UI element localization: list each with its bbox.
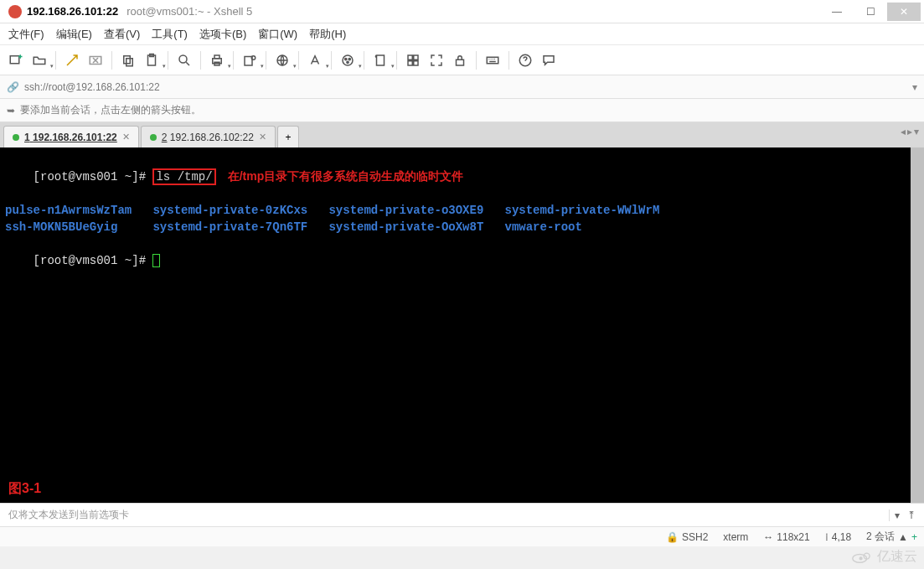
disconnect-icon[interactable] xyxy=(85,49,106,71)
svg-rect-21 xyxy=(457,59,464,65)
fullscreen-icon[interactable] xyxy=(426,49,447,71)
status-dot-icon xyxy=(150,134,157,141)
address-url[interactable]: ssh://root@192.168.26.101:22 xyxy=(24,81,160,93)
window-subtitle: root@vms001:~ - Xshell 5 xyxy=(126,5,252,18)
svg-point-6 xyxy=(179,55,187,63)
figure-label: 图3-1 xyxy=(8,480,41,498)
tab-close-icon[interactable]: ✕ xyxy=(259,132,266,142)
svg-point-14 xyxy=(345,58,347,59)
status-sessions: 2 会话 ▲ + xyxy=(866,530,917,544)
hint-bar: ➥ 要添加当前会话，点击左侧的箭头按钮。 xyxy=(0,99,924,122)
svg-point-13 xyxy=(343,55,353,65)
terminal-prompt: [root@vms001 ~]# xyxy=(34,254,153,267)
svg-point-11 xyxy=(251,55,256,59)
svg-rect-18 xyxy=(414,55,418,59)
status-dot-icon xyxy=(13,134,19,141)
resize-icon: ↔ xyxy=(763,531,773,543)
tab-prev-icon[interactable]: ◂ xyxy=(901,126,906,137)
hint-text: 要添加当前会话，点击左侧的箭头按钮。 xyxy=(20,103,201,117)
svg-point-16 xyxy=(347,61,348,63)
svg-point-15 xyxy=(348,58,350,59)
svg-rect-19 xyxy=(408,60,412,65)
send-bar: 仅将文本发送到当前选项卡 ▾ ⤒ xyxy=(0,503,924,526)
chat-icon[interactable] xyxy=(538,49,560,71)
cursor-icon xyxy=(152,254,160,267)
new-session-icon[interactable] xyxy=(5,49,27,71)
app-icon xyxy=(8,5,22,18)
send-target-dropdown[interactable]: ▾ xyxy=(889,510,904,521)
print-icon[interactable]: ▾ xyxy=(206,49,228,71)
menu-help[interactable]: 帮助(H) xyxy=(309,27,346,42)
terminal-output-row: ssh-MOKN5BUeGyig systemd-private-7Qn6TF … xyxy=(5,219,919,235)
address-dropdown-icon[interactable]: ▾ xyxy=(912,81,917,93)
copy-icon[interactable] xyxy=(117,49,139,71)
tab-add-button[interactable]: + xyxy=(277,126,299,147)
tab-session-1[interactable]: 1 192.168.26.101:22 ✕ xyxy=(3,126,139,147)
toolbar: ▾ ▾ ▾ ▾ ▾ ▾ ▾ ▾ xyxy=(0,45,924,75)
terminal[interactable]: [root@vms001 ~]# ls /tmp/在/tmp目录下有很多系统自动… xyxy=(0,147,924,503)
tab-bar: 1 192.168.26.101:22 ✕ 2 192.168.26.102:2… xyxy=(0,122,924,147)
status-protocol: 🔒SSH2 xyxy=(666,531,708,543)
menubar: 文件(F) 编辑(E) 查看(V) 工具(T) 选项卡(B) 窗口(W) 帮助(… xyxy=(0,23,924,45)
status-size: ↔118x21 xyxy=(763,531,809,543)
keyboard-icon[interactable] xyxy=(482,49,503,71)
reconnect-icon[interactable] xyxy=(61,49,83,71)
svg-rect-0 xyxy=(10,55,19,63)
menu-tabs[interactable]: 选项卡(B) xyxy=(199,27,246,42)
arrow-icon[interactable]: ➥ xyxy=(7,105,15,116)
address-bar: 🔗 ssh://root@192.168.26.101:22 ▾ xyxy=(0,75,924,99)
position-icon: ⁞ xyxy=(825,531,829,543)
status-term-type: xterm xyxy=(723,531,748,543)
terminal-output-row: pulse-n1AwrmsWzTam systemd-private-0zKCx… xyxy=(5,202,919,219)
color-icon[interactable]: ▾ xyxy=(337,49,359,71)
watermark: 亿速云 xyxy=(850,548,917,566)
maximize-button[interactable]: ☐ xyxy=(854,3,887,21)
lock-icon[interactable] xyxy=(449,49,471,71)
tab-next-icon[interactable]: ▸ xyxy=(907,126,912,137)
terminal-scrollbar[interactable] xyxy=(911,147,924,503)
menu-tools[interactable]: 工具(T) xyxy=(152,27,188,42)
help-icon[interactable] xyxy=(514,49,536,71)
layout-icon[interactable] xyxy=(402,49,424,71)
terminal-annotation: 在/tmp目录下有很多系统自动生成的临时文件 xyxy=(228,169,464,183)
menu-edit[interactable]: 编辑(E) xyxy=(56,27,92,42)
close-button[interactable]: ✕ xyxy=(887,3,921,21)
svg-rect-20 xyxy=(414,60,418,65)
open-folder-icon[interactable]: ▾ xyxy=(28,49,50,71)
terminal-prompt: [root@vms001 ~]# xyxy=(34,170,153,184)
window-title: 192.168.26.101:22 xyxy=(27,5,118,18)
svg-rect-8 xyxy=(214,55,219,59)
globe-icon[interactable]: ▾ xyxy=(271,49,293,71)
link-icon: 🔗 xyxy=(7,81,19,93)
lock-small-icon: 🔒 xyxy=(666,531,679,543)
script-icon[interactable]: ▾ xyxy=(369,49,391,71)
send-pin-icon[interactable]: ⤒ xyxy=(904,510,919,521)
send-input[interactable]: 仅将文本发送到当前选项卡 xyxy=(5,506,889,524)
search-icon[interactable] xyxy=(173,49,195,71)
menu-view[interactable]: 查看(V) xyxy=(104,27,140,42)
paste-icon[interactable]: ▾ xyxy=(141,49,163,71)
titlebar: 192.168.26.101:22 root@vms001:~ - Xshell… xyxy=(0,0,924,23)
svg-rect-22 xyxy=(487,57,498,64)
font-icon[interactable]: ▾ xyxy=(304,49,326,71)
minimize-button[interactable]: — xyxy=(820,3,854,21)
status-bar: 🔒SSH2 xterm ↔118x21 ⁞4,18 2 会话 ▲ + xyxy=(0,526,924,546)
tab-list-icon[interactable]: ▾ xyxy=(914,126,919,137)
svg-point-26 xyxy=(859,557,862,560)
terminal-command-highlight: ls /tmp/ xyxy=(152,168,215,185)
svg-rect-17 xyxy=(408,55,412,59)
tab-session-2[interactable]: 2 192.168.26.102:22 ✕ xyxy=(141,126,276,147)
properties-icon[interactable]: ▾ xyxy=(239,49,261,71)
tab-close-icon[interactable]: ✕ xyxy=(122,132,130,142)
status-cursor-pos: ⁞4,18 xyxy=(825,531,851,543)
menu-window[interactable]: 窗口(W) xyxy=(258,27,297,42)
menu-file[interactable]: 文件(F) xyxy=(8,27,44,42)
